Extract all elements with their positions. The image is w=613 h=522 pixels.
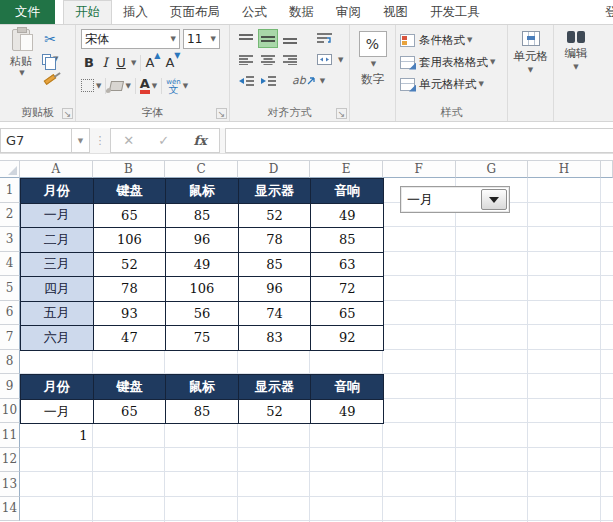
clipboard-dialog-launcher-icon[interactable]: ↘ <box>62 108 73 119</box>
underline-button[interactable]: U <box>113 55 129 70</box>
row-header[interactable]: 12 <box>0 448 20 473</box>
align-right-button[interactable] <box>280 50 300 69</box>
cancel-icon[interactable]: ✕ <box>123 133 134 148</box>
month-dropdown-button[interactable] <box>481 189 507 210</box>
format-painter-button[interactable] <box>42 69 58 89</box>
month-cell[interactable]: 四月 <box>21 277 94 302</box>
value-cell[interactable]: 56 <box>166 302 239 327</box>
value-cell[interactable]: 52 <box>94 253 167 278</box>
ribbon-tab[interactable]: 插入 <box>112 0 159 24</box>
percent-style-button[interactable]: % <box>359 31 387 57</box>
sign-in-label[interactable]: 登 <box>599 0 613 24</box>
value-cell[interactable]: 65 <box>94 400 167 425</box>
row-header[interactable]: 4 <box>0 252 20 277</box>
row-header[interactable]: 5 <box>0 276 20 301</box>
value-cell[interactable]: 52 <box>239 400 312 425</box>
ribbon-tab[interactable]: 开始 <box>63 0 112 24</box>
cut-button[interactable]: ✂ <box>42 29 58 49</box>
number-format-dropdown-arrow-icon[interactable]: ▼ <box>371 60 376 68</box>
formula-input[interactable] <box>225 128 613 153</box>
formula-bar-grip[interactable]: ⋮ <box>90 128 110 153</box>
row-header[interactable]: 2 <box>0 203 20 228</box>
column-header[interactable]: D <box>238 161 311 178</box>
merge-dropdown-arrow-icon[interactable]: ▼ <box>338 56 343 64</box>
font-color-dropdown-arrow-icon[interactable]: ▼ <box>152 82 157 90</box>
month-cell[interactable]: 一月 <box>21 204 94 229</box>
value-cell[interactable]: 49 <box>311 204 384 229</box>
value-cell[interactable]: 85 <box>166 204 239 229</box>
paste-button[interactable]: 粘贴 ▼ <box>4 29 38 89</box>
confirm-icon[interactable]: ✓ <box>158 133 169 148</box>
value-cell[interactable]: 65 <box>94 204 167 229</box>
select-all-corner[interactable] <box>0 161 20 178</box>
value-cell[interactable]: 78 <box>239 228 312 253</box>
insert-function-icon[interactable]: fx <box>194 133 207 148</box>
table-header-cell[interactable]: 鼠标 <box>166 179 239 204</box>
value-cell[interactable]: 52 <box>239 204 312 229</box>
alignment-dialog-launcher-icon[interactable]: ↘ <box>336 108 347 119</box>
month-cell[interactable]: 三月 <box>21 253 94 278</box>
value-cell[interactable]: 78 <box>94 277 167 302</box>
value-cell[interactable]: 75 <box>166 326 239 351</box>
editing-button[interactable]: 编辑 ▼ <box>565 31 588 71</box>
fill-color-dropdown-arrow-icon[interactable]: ▼ <box>125 82 130 90</box>
orientation-button[interactable]: ab <box>292 71 316 90</box>
row-header[interactable]: 13 <box>0 472 20 497</box>
cell-styles-button[interactable]: 单元格样式▼ <box>400 73 507 95</box>
column-header[interactable]: B <box>93 161 166 178</box>
row-header[interactable]: 6 <box>0 301 20 326</box>
table-header-cell[interactable]: 键盘 <box>94 179 167 204</box>
row-header[interactable]: 8 <box>0 350 20 375</box>
align-left-button[interactable] <box>236 50 256 69</box>
name-box-dropdown-arrow-icon[interactable]: ▼ <box>72 128 90 153</box>
month-cell[interactable]: 一月 <box>21 400 94 425</box>
table-header-cell[interactable]: 键盘 <box>94 375 167 400</box>
table-header-cell[interactable]: 月份 <box>21 375 94 400</box>
format-as-table-button[interactable]: 套用表格格式▼ <box>400 51 507 73</box>
conditional-formatting-button[interactable]: 条件格式▼ <box>400 29 507 51</box>
cell-a11[interactable]: 1 <box>20 423 93 448</box>
font-color-button[interactable]: A <box>140 78 150 94</box>
value-cell[interactable]: 93 <box>94 302 167 327</box>
row-header[interactable]: 7 <box>0 325 20 350</box>
borders-dropdown-arrow-icon[interactable]: ▼ <box>96 82 101 90</box>
value-cell[interactable]: 63 <box>311 253 384 278</box>
increase-indent-button[interactable] <box>258 71 278 90</box>
name-box[interactable]: G7 <box>0 128 72 153</box>
row-header[interactable]: 3 <box>0 227 20 252</box>
table-header-cell[interactable]: 音响 <box>311 375 384 400</box>
font-name-select[interactable]: 宋体▼ <box>81 29 180 49</box>
align-middle-button[interactable] <box>258 29 278 48</box>
copy-button[interactable]: ▼ <box>42 49 58 69</box>
font-dialog-launcher-icon[interactable]: ↘ <box>216 108 227 119</box>
phonetic-guide-button[interactable]: wén 文 <box>166 79 180 93</box>
table-header-cell[interactable]: 鼠标 <box>166 375 239 400</box>
ribbon-tab[interactable]: 公式 <box>231 0 278 24</box>
value-cell[interactable]: 96 <box>166 228 239 253</box>
ribbon-tab[interactable]: 数据 <box>278 0 325 24</box>
decrease-indent-button[interactable] <box>236 71 256 90</box>
align-top-button[interactable] <box>236 29 256 48</box>
table-header-cell[interactable]: 月份 <box>21 179 94 204</box>
row-header[interactable]: 11 <box>0 423 20 448</box>
file-tab[interactable]: 文件 <box>0 0 55 24</box>
align-bottom-button[interactable] <box>280 29 300 48</box>
month-cell[interactable]: 六月 <box>21 326 94 351</box>
month-cell[interactable]: 五月 <box>21 302 94 327</box>
orientation-dropdown-arrow-icon[interactable]: ▼ <box>320 77 325 85</box>
row-header[interactable]: 9 <box>0 374 20 399</box>
value-cell[interactable]: 85 <box>311 228 384 253</box>
column-header[interactable]: F <box>383 161 456 178</box>
value-cell[interactable]: 106 <box>94 228 167 253</box>
column-header[interactable]: E <box>310 161 383 178</box>
borders-icon[interactable] <box>81 79 94 92</box>
row-header[interactable]: 1 <box>0 178 20 203</box>
row-header[interactable]: 10 <box>0 399 20 424</box>
value-cell[interactable]: 92 <box>311 326 384 351</box>
fill-color-icon[interactable] <box>109 81 124 91</box>
bold-button[interactable]: B <box>81 55 97 70</box>
value-cell[interactable]: 96 <box>239 277 312 302</box>
value-cell[interactable]: 49 <box>311 400 384 425</box>
cells-button[interactable]: 单元格 ▼ <box>513 31 548 74</box>
table-header-cell[interactable]: 显示器 <box>239 375 312 400</box>
